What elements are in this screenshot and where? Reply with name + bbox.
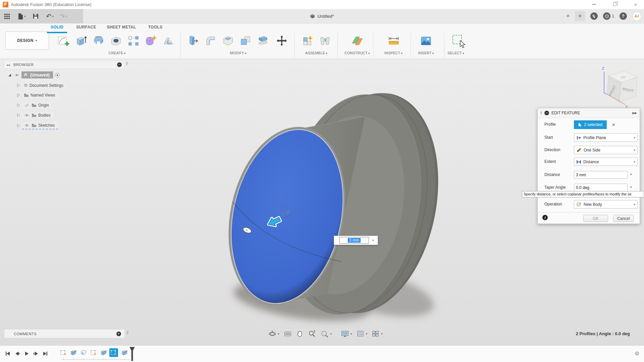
browser-row-bodies[interactable]: Bodies — [16, 112, 54, 119]
activate-component-icon[interactable] — [55, 72, 60, 78]
collapse-panel-icon[interactable]: ◂◂ — [6, 63, 10, 67]
close-window-button[interactable]: × — [628, 0, 643, 9]
pattern-button[interactable] — [125, 33, 142, 49]
group-label-modify[interactable]: MODIFY▾ — [216, 51, 260, 55]
restore-button[interactable] — [607, 0, 622, 9]
orbit-button[interactable]: ▾ — [268, 330, 279, 338]
save-button[interactable] — [32, 11, 40, 21]
tab-solid[interactable]: SOLID — [47, 25, 67, 32]
comments-grip[interactable]: ‖ — [127, 330, 128, 335]
timeline-item-sketch2[interactable] — [89, 348, 98, 357]
extensions-button[interactable] — [590, 12, 598, 20]
timeline-item-extrude2[interactable] — [99, 348, 108, 357]
tab-surface[interactable]: SURFACE — [74, 25, 98, 32]
close-tab-button[interactable]: × — [566, 13, 570, 19]
pan-button[interactable] — [296, 330, 304, 338]
document-tab[interactable]: Untitled* — [0, 9, 644, 23]
timeline-item-extrude3[interactable] — [120, 348, 129, 357]
joint-button[interactable] — [317, 33, 333, 49]
direction-dropdown[interactable]: One Side▾ — [574, 146, 638, 154]
help-button[interactable]: ? — [620, 12, 627, 20]
timeline-item-box[interactable] — [79, 348, 88, 357]
timeline-play-button[interactable] — [23, 350, 30, 357]
display-settings-button[interactable]: ▾ — [341, 330, 352, 338]
root-component-pill[interactable]: (Unsaved) — [21, 71, 53, 78]
redo-button[interactable]: ↷▾ — [59, 11, 68, 21]
create-sketch-button[interactable] — [56, 33, 72, 49]
minimize-button[interactable] — [587, 0, 601, 9]
timeline-step-back-button[interactable] — [13, 350, 21, 357]
expand-comments-icon[interactable]: + — [116, 331, 121, 336]
dialog-collapse-icon[interactable]: − — [544, 111, 549, 115]
taper-angle-input[interactable]: 0.0 deg — [574, 184, 628, 191]
browser-row-document-settings[interactable]: ⚙Document Settings — [16, 82, 67, 89]
visibility-eye-icon[interactable] — [24, 123, 30, 127]
grid-snap-button[interactable]: ▾ — [357, 330, 368, 338]
browser-header[interactable]: ◂◂ BROWSER − — [3, 60, 125, 69]
taper-caret-icon[interactable]: ▾ — [630, 185, 632, 189]
collapsed-triangle-icon[interactable] — [16, 93, 20, 98]
timeline-playhead[interactable] — [129, 346, 136, 362]
visibility-off-eye-icon[interactable] — [24, 103, 30, 108]
new-component-button[interactable] — [300, 33, 316, 49]
shell-button[interactable] — [220, 33, 236, 49]
distance-value-field[interactable]: 3 mm — [339, 237, 369, 244]
view-cube[interactable]: TOP FRONT RIGHT Z X — [587, 62, 644, 113]
app-launcher-button[interactable] — [3, 11, 11, 21]
comments-header[interactable]: COMMENTS + — [4, 329, 125, 338]
timeline-item-extrude1[interactable] — [69, 348, 78, 357]
visibility-eye-icon[interactable] — [14, 73, 20, 77]
combine-button[interactable] — [237, 33, 254, 49]
revolve-button[interactable] — [91, 33, 107, 49]
extent-dropdown[interactable]: Distance▾ — [574, 158, 638, 166]
dialog-grip[interactable]: ‖ — [540, 111, 542, 115]
move-button[interactable] — [274, 33, 290, 49]
collapsed-triangle-icon[interactable] — [16, 123, 20, 128]
workspace-selector[interactable]: DESIGN▾ — [5, 32, 49, 50]
visibility-eye-icon[interactable] — [24, 113, 30, 117]
distance-input[interactable]: 3 mm — [574, 171, 628, 179]
select-button[interactable] — [448, 33, 470, 49]
info-icon[interactable]: i — [542, 215, 548, 220]
timeline-item-sketch1[interactable] — [59, 348, 68, 357]
panel-grip[interactable]: ‖ — [126, 61, 128, 66]
group-label-create[interactable]: CREATE▾ — [95, 51, 139, 55]
timeline-step-forward-button[interactable] — [32, 350, 40, 357]
operation-dropdown[interactable]: New Body▾ — [574, 200, 638, 208]
tab-tools[interactable]: TOOLS — [146, 25, 164, 32]
create-form-button[interactable] — [143, 33, 159, 49]
collapsed-triangle-icon[interactable] — [16, 113, 20, 118]
notifications-button[interactable]: 1 — [603, 12, 614, 20]
measure-button[interactable] — [386, 33, 402, 49]
distance-manipulator-input[interactable]: 3 mm ▾ — [334, 236, 378, 245]
browser-root-row[interactable]: (Unsaved) — [7, 71, 60, 78]
timeline-settings-button[interactable]: ⚙ — [635, 350, 639, 357]
ok-button[interactable]: OK — [583, 215, 608, 222]
look-at-button[interactable] — [284, 330, 292, 338]
expanded-triangle-icon[interactable] — [7, 73, 12, 77]
file-menu-button[interactable]: ▾ — [17, 11, 27, 21]
user-avatar[interactable]: AJ — [632, 12, 641, 21]
distance-caret-icon[interactable]: ▾ — [630, 173, 632, 176]
extrude-button[interactable] — [73, 33, 89, 49]
distance-input-caret-icon[interactable]: ▾ — [372, 239, 374, 242]
browser-row-named-views[interactable]: Named Views — [16, 92, 59, 99]
collapsed-triangle-icon[interactable] — [16, 103, 20, 108]
dialog-expand-icon[interactable]: ▶▶ — [632, 111, 637, 115]
hole-button[interactable] — [108, 33, 124, 49]
fillet-button[interactable] — [203, 33, 219, 49]
insert-canvas-button[interactable] — [418, 33, 434, 49]
press-pull-button[interactable] — [185, 33, 201, 49]
fit-button[interactable]: ▾ — [320, 330, 332, 338]
dialog-header[interactable]: ‖ − EDIT FEATURE ▶▶ — [538, 108, 640, 118]
timeline-item-sketch3-active[interactable] — [109, 348, 118, 357]
tab-sheet-metal[interactable]: SHEET METAL — [106, 25, 137, 32]
new-tab-button[interactable]: + — [575, 11, 585, 21]
zoom-button[interactable] — [308, 330, 316, 338]
profile-selected-button[interactable]: 2 selected — [574, 120, 607, 129]
profile-clear-button[interactable]: × — [612, 122, 615, 127]
viewports-button[interactable]: ▾ — [372, 330, 383, 338]
cancel-button[interactable]: Cancel — [613, 215, 634, 222]
offset-face-button[interactable] — [255, 33, 271, 49]
timeline-go-to-start-button[interactable] — [4, 350, 11, 357]
